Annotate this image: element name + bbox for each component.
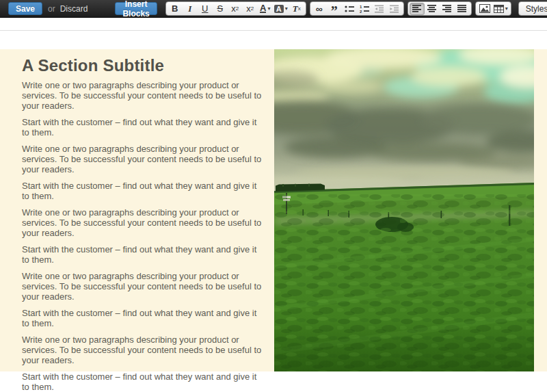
paragraph[interactable]: Write one or two paragraphs describing y… — [22, 80, 265, 111]
align-left-button[interactable] — [410, 3, 425, 15]
link-button[interactable]: ∞ — [312, 3, 327, 15]
or-label: or — [48, 4, 55, 14]
strikethrough-button[interactable]: S — [213, 3, 228, 15]
image-icon — [479, 4, 490, 13]
photo-field — [274, 183, 534, 371]
remove-format-button[interactable]: Tx — [289, 3, 304, 15]
paragraph[interactable]: Start with the customer – find out what … — [22, 371, 265, 392]
insert-blocks-button[interactable]: Insert Blocks — [115, 2, 157, 15]
format-button-group: B I U S x2 x2 A▾ A▾ Tx — [165, 1, 306, 16]
alignment-button-group — [408, 1, 472, 16]
save-button[interactable]: Save — [8, 2, 42, 15]
indent-icon — [390, 5, 399, 13]
blockquote-button[interactable]: ” — [327, 3, 342, 15]
italic-button[interactable]: I — [183, 3, 198, 15]
bold-button[interactable]: B — [168, 3, 183, 15]
unordered-list-button[interactable] — [342, 3, 357, 15]
photo-sky — [274, 49, 534, 194]
align-right-button[interactable] — [440, 3, 455, 15]
styles-dropdown[interactable]: Styles ▾ — [518, 1, 547, 16]
paragraph[interactable]: Start with the customer – find out what … — [22, 181, 265, 201]
indent-button[interactable] — [387, 3, 402, 15]
editor-toolbar: Save or Discard Insert Blocks B I U S x2… — [0, 0, 547, 18]
outdent-button[interactable] — [372, 3, 387, 15]
discard-button[interactable]: Discard — [60, 4, 88, 14]
chevron-down-icon: ▾ — [505, 5, 508, 12]
chevron-down-icon: ▾ — [267, 5, 270, 12]
justify-icon — [457, 5, 466, 12]
text-image-section: A Section Subtitle Write one or two para… — [0, 49, 547, 371]
justify-button[interactable] — [455, 3, 470, 15]
outdent-icon — [375, 5, 384, 13]
text-color-icon: A — [260, 4, 266, 13]
highlight-color-icon: A — [274, 5, 284, 13]
page-header-strip — [0, 18, 547, 31]
blockquote-icon: ” — [331, 3, 338, 19]
text-column: A Section Subtitle Write one or two para… — [22, 56, 265, 392]
link-icon: ∞ — [316, 3, 323, 14]
paragraph[interactable]: Start with the customer – find out what … — [22, 244, 265, 265]
subscript-button[interactable]: x2 — [228, 3, 243, 15]
align-right-icon — [442, 5, 451, 12]
paragraph[interactable]: Start with the customer – find out what … — [22, 117, 265, 138]
align-center-button[interactable] — [425, 3, 440, 15]
paragraph-button-group: ∞ ” 1 2 — [310, 1, 404, 16]
paragraph[interactable]: Start with the customer – find out what … — [22, 308, 265, 328]
superscript-button[interactable]: x2 — [243, 3, 258, 15]
remove-format-small-glyph: x — [298, 5, 301, 12]
highlight-color-button[interactable]: A▾ — [273, 3, 289, 15]
paragraph[interactable]: Write one or two paragraphs describing y… — [22, 271, 265, 302]
styles-dropdown-label: Styles — [526, 4, 547, 14]
unordered-list-icon — [345, 5, 354, 13]
table-icon — [494, 5, 504, 13]
subscript-small-glyph: 2 — [236, 5, 239, 12]
field-photo-illustration — [274, 49, 534, 371]
svg-text:2: 2 — [360, 9, 362, 12]
underline-button[interactable]: U — [198, 3, 213, 15]
align-center-icon — [427, 5, 436, 12]
insert-table-button[interactable]: ▾ — [492, 3, 509, 15]
paragraph[interactable]: Write one or two paragraphs describing y… — [22, 207, 265, 238]
paragraph[interactable]: Write one or two paragraphs describing y… — [22, 335, 265, 365]
align-left-icon — [412, 5, 421, 12]
ordered-list-icon: 1 2 — [360, 5, 369, 13]
chevron-down-icon: ▾ — [285, 5, 288, 12]
section-heading[interactable]: A Section Subtitle — [22, 56, 265, 75]
paragraph[interactable]: Write one or two paragraphs describing y… — [22, 144, 265, 174]
superscript-small-glyph: 2 — [251, 5, 254, 12]
svg-text:1: 1 — [360, 5, 362, 9]
text-color-button[interactable]: A▾ — [258, 3, 273, 15]
section-photo[interactable] — [274, 49, 534, 371]
remove-format-icon: T — [293, 3, 298, 14]
insert-image-button[interactable] — [477, 3, 492, 15]
ordered-list-button[interactable]: 1 2 — [357, 3, 372, 15]
media-button-group: ▾ — [475, 1, 511, 16]
editor-screen: Save or Discard Insert Blocks B I U S x2… — [0, 0, 547, 392]
